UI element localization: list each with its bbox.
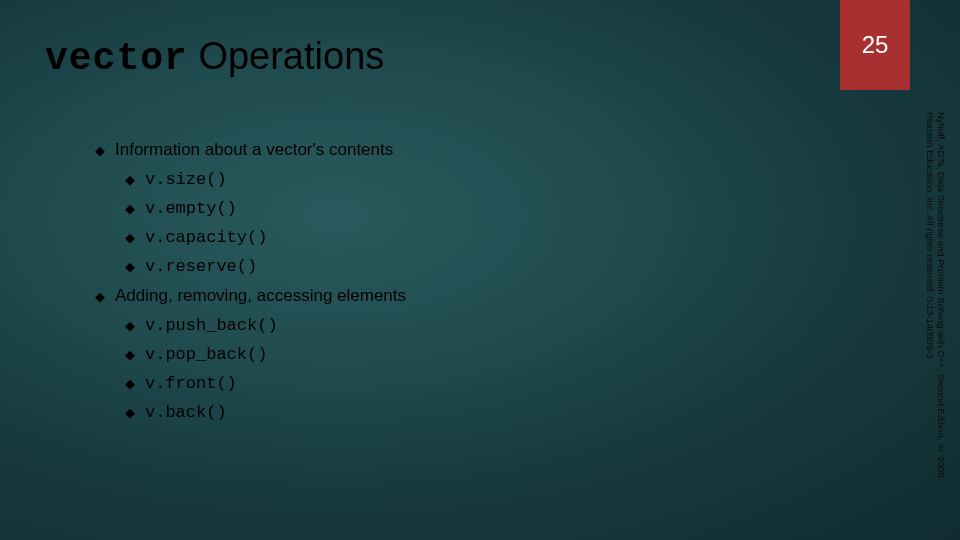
diamond-bullet-icon: ◆ xyxy=(125,318,135,333)
diamond-bullet-icon: ◆ xyxy=(125,376,135,391)
bullet-text: v.size() xyxy=(145,170,227,189)
bullet-text: v.reserve() xyxy=(145,257,257,276)
diamond-bullet-icon: ◆ xyxy=(125,259,135,274)
diamond-bullet-icon: ◆ xyxy=(95,289,105,304)
bullet-row: ◆v.reserve() xyxy=(125,257,406,276)
bullet-text: v.front() xyxy=(145,374,237,393)
attribution-text: Nyhoff, ADTs, Data Structures and Proble… xyxy=(916,112,946,492)
bullet-text: Adding, removing, accessing elements xyxy=(115,286,406,306)
page-number-badge: 25 xyxy=(840,0,910,90)
bullet-row: ◆Adding, removing, accessing elements xyxy=(95,286,406,306)
diamond-bullet-icon: ◆ xyxy=(125,405,135,420)
diamond-bullet-icon: ◆ xyxy=(125,201,135,216)
bullet-text: v.back() xyxy=(145,403,227,422)
bullet-row: ◆v.back() xyxy=(125,403,406,422)
bullet-row: ◆v.front() xyxy=(125,374,406,393)
title-code-word: vector xyxy=(45,37,188,80)
bullet-text: v.pop_back() xyxy=(145,345,267,364)
bullet-text: v.empty() xyxy=(145,199,237,218)
slide-body: ◆Information about a vector's contents◆v… xyxy=(95,140,406,432)
bullet-text: v.push_back() xyxy=(145,316,278,335)
bullet-row: ◆v.push_back() xyxy=(125,316,406,335)
slide-title: vector Operations xyxy=(45,35,384,80)
bullet-text: v.capacity() xyxy=(145,228,267,247)
diamond-bullet-icon: ◆ xyxy=(125,230,135,245)
page-number: 25 xyxy=(862,31,889,59)
diamond-bullet-icon: ◆ xyxy=(95,143,105,158)
diamond-bullet-icon: ◆ xyxy=(125,347,135,362)
bullet-text: Information about a vector's contents xyxy=(115,140,393,160)
bullet-row: ◆v.pop_back() xyxy=(125,345,406,364)
title-rest: Operations xyxy=(188,35,384,77)
diamond-bullet-icon: ◆ xyxy=(125,172,135,187)
bullet-row: ◆v.size() xyxy=(125,170,406,189)
bullet-row: ◆v.empty() xyxy=(125,199,406,218)
bullet-row: ◆v.capacity() xyxy=(125,228,406,247)
bullet-row: ◆Information about a vector's contents xyxy=(95,140,406,160)
